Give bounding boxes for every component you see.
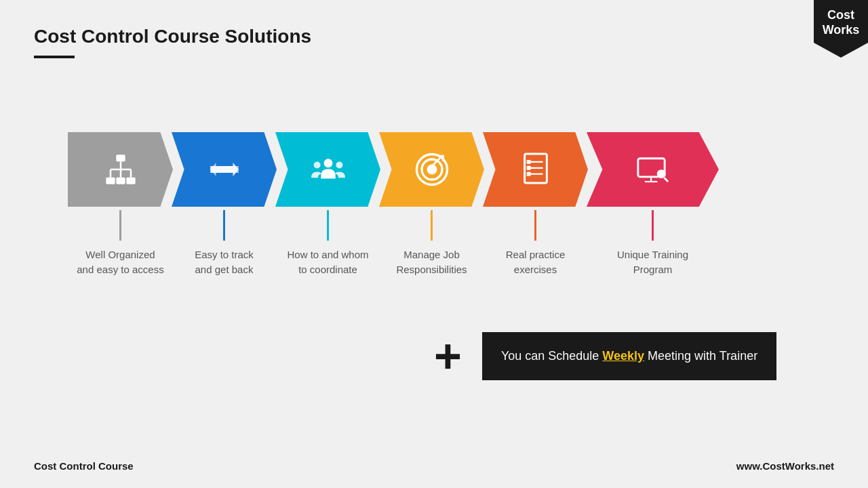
svg-line-27 [664, 178, 668, 182]
svg-point-26 [656, 169, 665, 178]
page-title: Cost Control Course Solutions [34, 26, 311, 47]
plus-sign: + [434, 333, 462, 380]
corner-badge: Cost Works [814, 0, 868, 43]
label-text-5: Real practice exercises [506, 247, 566, 277]
label-text-2: Easy to track and get back [195, 247, 254, 277]
chevron-6 [587, 132, 719, 207]
label-line-3 [327, 210, 329, 241]
schedule-prefix: You can Schedule [501, 349, 602, 363]
label-item-2: Easy to track and get back [172, 210, 277, 277]
footer-left: Cost Control Course [34, 460, 134, 472]
svg-rect-2 [116, 178, 125, 184]
schedule-weekly: Weekly [602, 349, 644, 363]
label-line-4 [431, 210, 433, 241]
label-text-3: How to and whom to coordinate [287, 247, 368, 277]
plus-section: + You can Schedule Weekly Meeting with T… [434, 332, 776, 380]
label-text-1: Well Organized and easy to access [77, 247, 163, 277]
badge-line2: Works [823, 23, 860, 37]
label-item-4: Manage Job Responsibilities [379, 210, 484, 277]
svg-rect-22 [526, 172, 530, 176]
chevron-5 [483, 132, 588, 207]
svg-rect-1 [106, 178, 115, 184]
footer-right: www.CostWorks.net [736, 460, 834, 472]
svg-rect-3 [126, 178, 135, 184]
label-item-3: How to and whom to coordinate [275, 210, 380, 277]
label-line-6 [652, 210, 654, 241]
svg-point-10 [313, 162, 320, 169]
chevron-1 [68, 132, 173, 207]
schedule-box: You can Schedule Weekly Meeting with Tra… [482, 332, 776, 380]
svg-point-11 [336, 162, 342, 169]
title-underline [34, 56, 75, 58]
svg-rect-21 [526, 166, 530, 170]
svg-rect-0 [116, 155, 125, 161]
label-text-6: Unique Training Program [617, 247, 688, 277]
label-item-6: Unique Training Program [587, 210, 719, 277]
arrow-row [68, 132, 800, 207]
schedule-suffix: Meeting with Trainer [644, 349, 757, 363]
svg-point-9 [323, 159, 332, 167]
label-text-4: Manage Job Responsibilities [396, 247, 467, 277]
label-item-1: Well Organized and easy to access [68, 210, 173, 277]
label-line-2 [223, 210, 225, 241]
chevron-4 [379, 132, 484, 207]
chevron-2 [172, 132, 277, 207]
labels-row: Well Organized and easy to accessEasy to… [68, 210, 800, 277]
svg-rect-20 [526, 160, 530, 164]
badge-line1: Cost [827, 8, 854, 22]
label-line-1 [119, 210, 121, 241]
label-line-5 [534, 210, 536, 241]
label-item-5: Real practice exercises [483, 210, 588, 277]
chevron-3 [275, 132, 380, 207]
